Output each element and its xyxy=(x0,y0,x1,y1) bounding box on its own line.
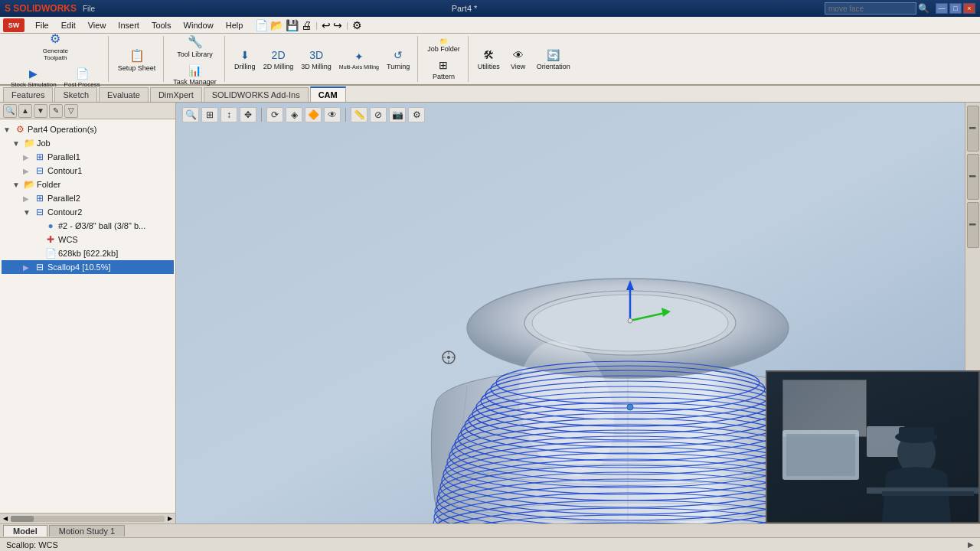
display-style-button[interactable]: 🔶 xyxy=(305,107,322,122)
quick-access-toolbar: 📄 📂 💾 🖨 | ↩ ↪ | ⚙ xyxy=(255,19,362,31)
expand-icon: ▼ xyxy=(3,126,14,134)
scroll-left-icon[interactable]: ◀ xyxy=(2,515,9,522)
multi-axis-button[interactable]: ✦ Multi-Axis Milling xyxy=(336,47,382,71)
tab-motion-study[interactable]: Motion Study 1 xyxy=(49,525,125,536)
measure-button[interactable]: 📏 xyxy=(351,107,368,122)
menu-view[interactable]: View xyxy=(82,19,113,31)
tree-item-scallop4[interactable]: ▶ ⊟ Scallop4 [10.5%] xyxy=(2,260,174,274)
task-manager-button[interactable]: 📊 Task Manager xyxy=(170,61,220,87)
minimize-button[interactable]: — xyxy=(936,3,948,14)
right-panel-btn1[interactable]: ▌ xyxy=(967,106,979,152)
options-icon[interactable]: ⚙ xyxy=(352,19,362,31)
sidebar-collapse-button[interactable]: ▲ xyxy=(18,104,32,118)
sidebar-expand-button[interactable]: ▼ xyxy=(34,104,47,118)
generate-icon: ⚙ xyxy=(46,30,64,48)
turning-button[interactable]: ↺ Turning xyxy=(384,46,413,72)
sidebar-filter-button[interactable]: ▽ xyxy=(64,104,78,118)
tree-item-wcs[interactable]: ✚ WCS xyxy=(2,233,174,246)
sidebar-edit-button[interactable]: ✎ xyxy=(49,104,63,118)
ball-tool-icon: ● xyxy=(44,220,57,232)
pan-button[interactable]: ✥ xyxy=(240,107,256,122)
generate-toolpath-button[interactable]: ⚙ Generate Toolpath xyxy=(35,28,76,64)
tree-item-ball-tool[interactable]: ● #2 - Ø3/8" ball (3/8" b... xyxy=(2,219,174,233)
tab-sketch[interactable]: Sketch xyxy=(54,87,97,102)
save-icon[interactable]: 💾 xyxy=(286,19,299,31)
status-text: Scallop: WCS xyxy=(6,540,58,549)
tab-dimxpert[interactable]: DimXpert xyxy=(150,87,202,102)
scroll-right-icon[interactable]: ▶ xyxy=(166,515,174,522)
3d-milling-button[interactable]: 3D 3D Milling xyxy=(298,46,335,72)
job-folder-button[interactable]: 📁 Job Folder xyxy=(424,36,463,54)
tree-item-job[interactable]: ▼ 📁 Job xyxy=(2,136,174,150)
zoom-area-button[interactable]: ↕ xyxy=(220,107,237,122)
tab-features[interactable]: Features xyxy=(3,87,53,102)
tool-library-button[interactable]: 🔧 Tool Library xyxy=(174,31,216,60)
tab-cam[interactable]: CAM xyxy=(310,86,346,102)
tab-evaluate[interactable]: Evaluate xyxy=(99,87,149,102)
tab-model[interactable]: Model xyxy=(3,525,47,536)
right-panel-btn3[interactable]: ▌ xyxy=(967,202,979,248)
scroll-track[interactable] xyxy=(11,516,165,522)
maximize-button[interactable]: □ xyxy=(949,3,962,14)
tab-addins[interactable]: SOLIDWORKS Add-Ins xyxy=(204,87,309,102)
section-view-button[interactable]: ⊘ xyxy=(370,107,387,122)
print-icon[interactable]: 🖨 xyxy=(301,19,312,31)
zoom-button[interactable]: 🔍 xyxy=(182,107,199,122)
tree-item-contour1[interactable]: ▶ ⊟ Contour1 xyxy=(2,164,174,178)
utilities-button[interactable]: 🛠 Utilities xyxy=(475,46,503,72)
contour2-icon: ⊟ xyxy=(34,206,46,218)
stock-sim-icon: ▶ xyxy=(26,66,41,81)
sidebar: 🔍 ▲ ▼ ✎ ▽ ▼ ⚙ Part4 Operation(s) ▼ 📁 Job… xyxy=(0,103,176,523)
menu-tools[interactable]: Tools xyxy=(145,19,178,31)
tree-item-contour2[interactable]: ▼ ⊟ Contour2 xyxy=(2,205,174,219)
new-icon[interactable]: 📄 xyxy=(255,19,268,31)
tree-item-part4-operations[interactable]: ▼ ⚙ Part4 Operation(s) xyxy=(2,122,174,136)
post-process-button[interactable]: 📄 Post Process xyxy=(61,64,103,90)
tree-item-parallel2[interactable]: ▶ ⊞ Parallel2 xyxy=(2,191,174,205)
open-icon[interactable]: 📂 xyxy=(270,19,283,31)
view-button[interactable]: 👁 View xyxy=(505,46,532,72)
menu-help[interactable]: Help xyxy=(220,19,250,31)
sidebar-scrollbar[interactable]: ◀ ▶ xyxy=(0,513,175,523)
menu-window[interactable]: Window xyxy=(178,19,220,31)
camera-button[interactable]: 📷 xyxy=(389,107,406,122)
folder-icon: 📂 xyxy=(23,178,35,191)
undo-icon[interactable]: ↩ xyxy=(322,19,331,31)
tree-item-parallel1[interactable]: ▶ ⊞ Parallel1 xyxy=(2,150,174,164)
hide-show-button[interactable]: 👁 xyxy=(324,107,341,122)
view-orient-button[interactable]: ◈ xyxy=(286,107,302,122)
menu-insert[interactable]: Insert xyxy=(112,19,145,31)
vp-sep2 xyxy=(345,108,346,122)
feature-tree: ▼ ⚙ Part4 Operation(s) ▼ 📁 Job ▶ ⊞ Paral… xyxy=(0,119,175,513)
setup-sheet-button[interactable]: 📋 Setup Sheet xyxy=(115,44,159,73)
expand-icon-scallop4: ▶ xyxy=(23,263,34,272)
search-icon[interactable]: 🔍 xyxy=(918,3,929,14)
tree-item-size[interactable]: 📄 628kb [622.2kb] xyxy=(2,246,174,260)
menu-file[interactable]: File xyxy=(83,5,95,13)
scroll-thumb[interactable] xyxy=(11,516,34,522)
search-input[interactable] xyxy=(825,2,916,15)
tree-label-size: 628kb [622.2kb] xyxy=(58,249,118,258)
job-folder-icon: 📁 xyxy=(439,37,448,45)
setup-sheet-label: Setup Sheet xyxy=(118,64,156,72)
redo-icon[interactable]: ↪ xyxy=(333,19,342,31)
stock-simulation-button[interactable]: ▶ Stock Simulation xyxy=(8,64,60,90)
video-overlay xyxy=(766,370,980,523)
drilling-button[interactable]: ⬇ Drilling xyxy=(231,46,259,72)
orientation-button[interactable]: 🔄 Orientation xyxy=(534,46,573,72)
2d-milling-button[interactable]: 2D 2D Milling xyxy=(260,46,297,72)
zoom-fit-button[interactable]: ⊞ xyxy=(201,107,218,122)
tree-item-folder[interactable]: ▼ 📂 Folder xyxy=(2,178,174,191)
rotate-button[interactable]: ⟳ xyxy=(266,107,283,122)
viewport[interactable]: 🔍 ⊞ ↕ ✥ ⟳ ◈ 🔶 👁 📏 ⊘ 📷 ⚙ xyxy=(176,103,980,523)
part4-icon: ⚙ xyxy=(14,123,26,135)
close-button[interactable]: × xyxy=(963,3,975,14)
video-content xyxy=(767,372,978,522)
right-panel-btn2[interactable]: ▌ xyxy=(967,154,979,200)
settings-vp-button[interactable]: ⚙ xyxy=(408,107,425,122)
pattern-button[interactable]: ⊞ Pattern xyxy=(430,56,458,82)
sw-icon[interactable]: SW xyxy=(3,18,24,32)
tree-label-wcs: WCS xyxy=(58,235,78,244)
sidebar-search-button[interactable]: 🔍 xyxy=(3,104,17,118)
svg-rect-68 xyxy=(786,434,855,476)
